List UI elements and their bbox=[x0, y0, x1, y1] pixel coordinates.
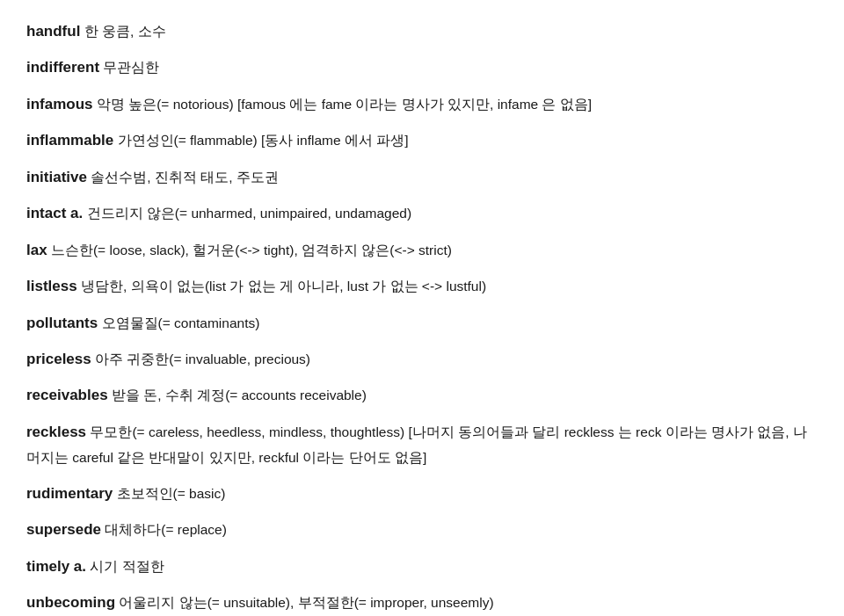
entry-pollutants: pollutants 오염물질(= contaminants) bbox=[26, 309, 818, 337]
entry-priceless: priceless 아주 귀중한(= invaluable, precious) bbox=[26, 345, 818, 373]
vocabulary-list: handful 한 웅큼, 소수indifferent 무관심한infamous… bbox=[26, 18, 818, 616]
definition-listless: 냉담한, 의욕이 없는(list 가 없는 게 아니라, lust 가 없는 <… bbox=[77, 279, 486, 294]
entry-rudimentary: rudimentary 초보적인(= basic) bbox=[26, 480, 818, 507]
definition-inflammable: 가연성인(= flammable) [동사 inflame 에서 파생] bbox=[113, 133, 408, 148]
word-infamous: infamous bbox=[26, 96, 93, 112]
word-listless: listless bbox=[26, 278, 77, 294]
entry-intact: intact a. 건드리지 않은(= unharmed, unimpaired… bbox=[26, 199, 818, 227]
word-handful: handful bbox=[26, 23, 80, 40]
definition-receivables: 받을 돈, 수취 계정(= accounts receivable) bbox=[108, 388, 367, 402]
entry-handful: handful 한 웅큼, 소수 bbox=[26, 18, 818, 45]
entry-lax: lax 느슨한(= loose, slack), 헐거운(<-> tight),… bbox=[26, 236, 818, 264]
entry-supersede: supersede 대체하다(= replace) bbox=[26, 516, 818, 543]
definition-intact: 건드리지 않은(= unharmed, unimpaired, undamage… bbox=[83, 206, 411, 221]
definition-lax: 느슨한(= loose, slack), 헐거운(<-> tight), 엄격하… bbox=[47, 243, 452, 257]
word-receivables: receivables bbox=[26, 387, 108, 403]
definition-priceless: 아주 귀중한(= invaluable, precious) bbox=[91, 351, 310, 366]
word-lax: lax bbox=[26, 242, 47, 258]
word-indifferent: indifferent bbox=[26, 59, 99, 76]
word-unbecoming: unbecoming bbox=[26, 594, 115, 611]
word-pollutants: pollutants bbox=[26, 315, 98, 331]
definition-infamous: 악명 높은(= notorious) [famous 에는 fame 이라는 명… bbox=[93, 97, 593, 112]
definition-timely: 시기 적절한 bbox=[86, 559, 164, 574]
definition-initiative: 솔선수범, 진취적 태도, 주도권 bbox=[87, 170, 279, 185]
definition-handful: 한 웅큼, 소수 bbox=[80, 24, 165, 39]
word-intact: intact a. bbox=[26, 205, 83, 221]
entry-inflammable: inflammable 가연성인(= flammable) [동사 inflam… bbox=[26, 127, 818, 154]
entry-unbecoming: unbecoming 어울리지 않는(= unsuitable), 부적절한(=… bbox=[26, 589, 818, 616]
entry-listless: listless 냉담한, 의욕이 없는(list 가 없는 게 아니라, lu… bbox=[26, 272, 818, 300]
definition-rudimentary: 초보적인(= basic) bbox=[113, 486, 225, 501]
definition-indifferent: 무관심한 bbox=[99, 60, 159, 75]
word-supersede: supersede bbox=[26, 521, 101, 538]
entry-infamous: infamous 악명 높은(= notorious) [famous 에는 f… bbox=[26, 91, 818, 118]
entry-initiative: initiative 솔선수범, 진취적 태도, 주도권 bbox=[26, 163, 818, 191]
entry-timely: timely a. 시기 적절한 bbox=[26, 553, 818, 580]
definition-supersede: 대체하다(= replace) bbox=[101, 522, 227, 537]
definition-unbecoming: 어울리지 않는(= unsuitable), 부적절한(= improper, … bbox=[115, 595, 494, 610]
entry-receivables: receivables 받을 돈, 수취 계정(= accounts recei… bbox=[26, 381, 818, 409]
entry-reckless: reckless 무모한(= careless, heedless, mindl… bbox=[26, 418, 818, 471]
entry-indifferent: indifferent 무관심한 bbox=[26, 54, 818, 81]
word-reckless: reckless bbox=[26, 424, 86, 440]
word-timely: timely a. bbox=[26, 558, 86, 575]
definition-pollutants: 오염물질(= contaminants) bbox=[98, 315, 259, 330]
definition-reckless: 무모한(= careless, heedless, mindless, thou… bbox=[26, 424, 807, 465]
word-inflammable: inflammable bbox=[26, 132, 113, 149]
word-rudimentary: rudimentary bbox=[26, 485, 113, 502]
word-priceless: priceless bbox=[26, 351, 91, 367]
word-initiative: initiative bbox=[26, 169, 87, 185]
